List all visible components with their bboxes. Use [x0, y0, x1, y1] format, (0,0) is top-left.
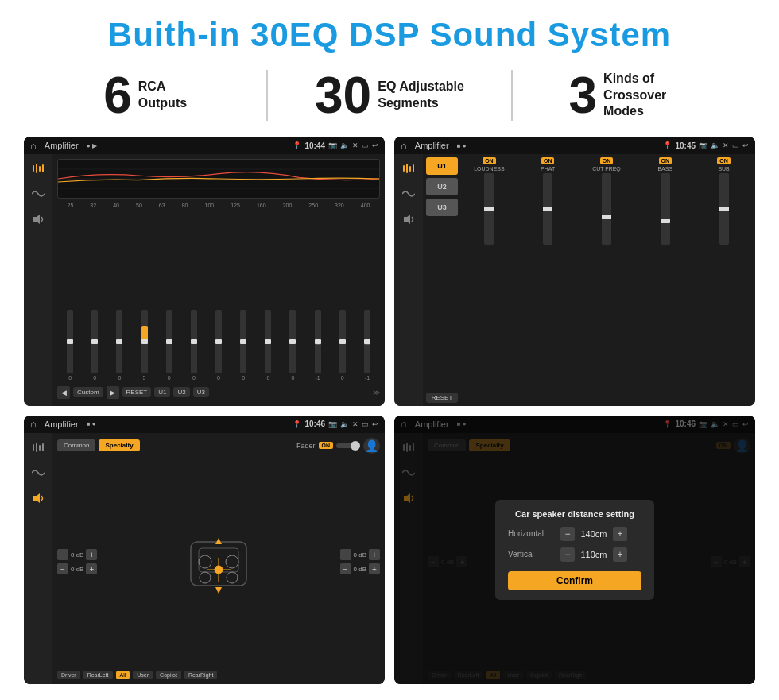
u1-button[interactable]: U1 [154, 387, 170, 397]
dialog-overlay: Car speaker distance setting Horizontal … [394, 416, 755, 685]
wave-icon-3[interactable] [30, 465, 46, 481]
left-sidebar-2 [394, 154, 423, 406]
db-minus-4[interactable]: − [340, 563, 351, 574]
eq-slider-0: 0 [59, 310, 81, 381]
eq-slider-8: 0 [257, 310, 279, 381]
db-plus-1[interactable]: + [86, 549, 97, 560]
amp-main-area: U1 U2 U3 RESET ON LOUDNESS [423, 154, 755, 406]
person-icon-3: 👤 [363, 438, 380, 454]
vertical-ctrl: − 110cm + [560, 547, 627, 562]
home-icon-1[interactable]: ⌂ [30, 140, 37, 152]
close-icon-1: ✕ [352, 141, 358, 149]
db-plus-4[interactable]: + [369, 563, 380, 574]
screens-grid: ⌂ Amplifier ● ▶ 📍 10:44 📷 🔈 ✕ ▭ ↩ [24, 137, 755, 684]
db-minus-1[interactable]: − [57, 549, 68, 560]
db-minus-3[interactable]: − [340, 549, 351, 560]
u2-select[interactable]: U2 [426, 178, 458, 195]
eq-graph [57, 159, 380, 199]
volume-icon-2: 🔈 [711, 141, 719, 149]
horizontal-minus[interactable]: − [560, 527, 575, 541]
fader-on[interactable]: ON [319, 442, 334, 449]
eq-slider-11: 0 [331, 310, 354, 381]
common-tab[interactable]: Common [57, 439, 95, 451]
window-icon-1: ▭ [362, 141, 369, 149]
db-plus-2[interactable]: + [86, 563, 97, 574]
dialog-box: Car speaker distance setting Horizontal … [495, 500, 654, 600]
home-icon-2[interactable]: ⌂ [401, 140, 407, 152]
eq-slider-7: 0 [232, 310, 254, 381]
wave-icon-1[interactable] [30, 186, 46, 202]
eq-icon-1[interactable] [30, 160, 46, 176]
speaker-icon-1[interactable] [30, 211, 46, 227]
location-icon-2: 📍 [663, 141, 672, 149]
wave-icon-2[interactable] [401, 186, 417, 202]
custom-button[interactable]: Custom [73, 387, 103, 397]
prev-button[interactable]: ◀ [57, 386, 70, 399]
svg-rect-9 [406, 164, 408, 173]
close-icon-2: ✕ [723, 141, 729, 149]
driver-btn[interactable]: Driver [57, 671, 80, 679]
feature-rca-number: 6 [103, 70, 132, 121]
fader-thumb[interactable] [351, 441, 360, 451]
screen-eq: ⌂ Amplifier ● ▶ 📍 10:44 📷 🔈 ✕ ▭ ↩ [24, 137, 385, 406]
db-plus-3[interactable]: + [369, 549, 380, 560]
back-icon-3[interactable]: ↩ [372, 420, 378, 428]
db-row-2: − 0 dB + [57, 563, 97, 574]
horizontal-plus[interactable]: + [613, 527, 627, 541]
screen2-title: Amplifier [415, 141, 449, 150]
speaker-icon-3[interactable] [30, 490, 46, 506]
u3-button[interactable]: U3 [193, 387, 209, 397]
cutfreq-group: ON CUT FREQ [579, 157, 635, 403]
page-title: Buith-in 30EQ DSP Sound System [108, 16, 671, 54]
eq-icon-2[interactable] [401, 160, 417, 176]
user-btn[interactable]: User [133, 671, 153, 679]
confirm-button[interactable]: Confirm [508, 571, 641, 590]
sub-on[interactable]: ON [717, 157, 731, 164]
reset-button[interactable]: RESET [122, 387, 152, 397]
eq-sliders: 0 0 0 [57, 212, 380, 381]
phat-on[interactable]: ON [541, 157, 555, 164]
vertical-minus[interactable]: − [560, 547, 575, 562]
fader-label: Fader [296, 442, 316, 450]
rear-left-btn[interactable]: RearLeft [83, 671, 113, 679]
svg-rect-0 [33, 165, 34, 172]
u3-select[interactable]: U3 [426, 199, 458, 216]
svg-point-21 [226, 555, 238, 568]
specialty-tab[interactable]: Specialty [99, 439, 139, 451]
db-row-1: − 0 dB + [57, 549, 97, 560]
window-icon-2: ▭ [732, 141, 739, 149]
expand-icon[interactable]: ≫ [373, 389, 380, 396]
u1-select[interactable]: U1 [426, 157, 458, 175]
copilot-btn[interactable]: Copilot [156, 671, 181, 679]
svg-marker-4 [33, 215, 40, 224]
bass-on[interactable]: ON [659, 157, 672, 164]
svg-rect-10 [409, 166, 411, 172]
rear-right-btn[interactable]: RearRight [184, 671, 218, 679]
eq-slider-10: -1 [307, 310, 329, 381]
fader-slider[interactable] [336, 443, 360, 448]
back-icon-2[interactable]: ↩ [742, 141, 749, 149]
location-icon-1: 📍 [293, 141, 301, 149]
screen2-content: U1 U2 U3 RESET ON LOUDNESS [394, 154, 755, 406]
db-value-2: 0 dB [71, 566, 83, 573]
next-button[interactable]: ▶ [107, 386, 119, 399]
db-value-4: 0 dB [354, 566, 366, 573]
speaker-icon-2[interactable] [401, 211, 417, 227]
home-icon-3[interactable]: ⌂ [30, 418, 37, 430]
db-minus-2[interactable]: − [57, 563, 68, 574]
phat-group: ON PHAT [520, 157, 576, 403]
all-btn[interactable]: All [116, 671, 130, 679]
back-icon-1[interactable]: ↩ [372, 141, 378, 149]
eq-icon-3[interactable] [30, 439, 46, 455]
amp-reset[interactable]: RESET [426, 393, 458, 403]
status-right-3: 📍 10:46 📷 🔈 ✕ ▭ ↩ [293, 420, 378, 428]
left-sidebar-3 [24, 433, 52, 685]
feature-eq-number: 30 [315, 70, 371, 121]
u2-button[interactable]: U2 [173, 387, 189, 397]
cutfreq-on[interactable]: ON [600, 157, 614, 164]
loudness-on[interactable]: ON [483, 157, 496, 164]
svg-rect-1 [36, 164, 37, 173]
vertical-plus[interactable]: + [613, 547, 627, 562]
volume-icon-3: 🔈 [340, 420, 349, 428]
vertical-label: Vertical [508, 550, 556, 559]
